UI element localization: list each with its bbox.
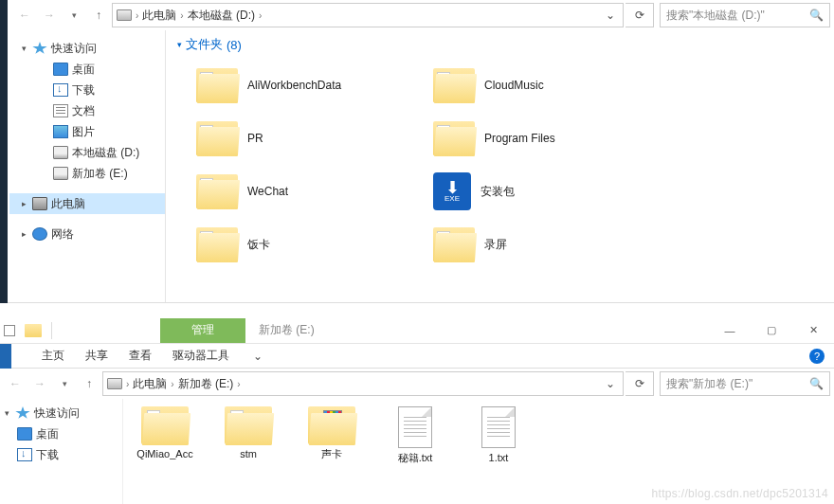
file-tile[interactable]: 秘籍.txt bbox=[377, 406, 453, 496]
chevron-right-icon[interactable]: › bbox=[171, 379, 173, 389]
tree-downloads[interactable]: 下载 bbox=[0, 444, 122, 465]
document-icon bbox=[53, 104, 68, 117]
address-dropdown[interactable]: ⌄ bbox=[602, 9, 619, 22]
breadcrumb-current[interactable]: 本地磁盘 (D:) bbox=[188, 8, 255, 24]
tree-label: 网络 bbox=[51, 226, 74, 243]
tree-label: 快速访问 bbox=[51, 41, 97, 57]
ribbon-expand[interactable]: ⌄ bbox=[250, 350, 265, 363]
file-tile[interactable]: 声卡 bbox=[294, 406, 370, 496]
exe-icon: ⬇EXE bbox=[433, 172, 471, 210]
address-bar-row-2: ← → ▾ ↑ › 此电脑 › 新加卷 (E:) › ⌄ ⟳ 搜索"新加卷 (E… bbox=[0, 369, 834, 399]
folder-item[interactable]: WeChat bbox=[177, 165, 414, 218]
up-button[interactable]: ↑ bbox=[87, 4, 110, 27]
tree-pictures[interactable]: ·图片 bbox=[9, 121, 165, 142]
file-tile[interactable]: QiMiao_Acc bbox=[127, 406, 203, 496]
address-box[interactable]: › 此电脑 › 新加卷 (E:) › ⌄ bbox=[102, 371, 624, 396]
refresh-button[interactable]: ⟳ bbox=[626, 371, 654, 396]
folder-item[interactable]: ⬇EXE安装包 bbox=[414, 165, 651, 218]
search-box[interactable]: 搜索"新加卷 (E:)" 🔍 bbox=[660, 371, 830, 396]
chevron-right-icon[interactable]: › bbox=[126, 379, 129, 389]
group-label: 文件夹 bbox=[186, 36, 223, 53]
tree-desktop[interactable]: 桌面 bbox=[0, 423, 122, 444]
folder-item[interactable]: CloudMusic bbox=[414, 59, 651, 112]
explorer-window-e: 管理 新加卷 (E:) — ▢ ✕ 主页 共享 查看 驱动器工具 ⌄ ? ← →… bbox=[0, 317, 834, 504]
tree-this-pc[interactable]: ▸此电脑 bbox=[9, 193, 165, 214]
select-all-checkbox[interactable] bbox=[4, 325, 15, 336]
search-icon[interactable]: 🔍 bbox=[809, 377, 824, 390]
body-split: ▾ 快速访问 ·桌面 ·下载 ·文档 ·图片 ·本地磁盘 (D:) ·新加卷 (… bbox=[0, 30, 834, 302]
tile-label: QiMiao_Acc bbox=[136, 448, 192, 460]
taskbar-sliver bbox=[0, 0, 8, 303]
tree-network[interactable]: ▸网络 bbox=[9, 224, 165, 244]
folder-icon bbox=[196, 121, 238, 155]
file-tile[interactable]: 1.txt bbox=[461, 406, 536, 496]
address-bar-row: ← → ▾ ↑ › 此电脑 › 本地磁盘 (D:) › ⌄ ⟳ 搜索"本地磁盘 … bbox=[0, 0, 834, 30]
minimize-button[interactable]: — bbox=[709, 317, 751, 344]
folder-item[interactable]: 饭卡 bbox=[177, 218, 414, 271]
ribbon-home[interactable]: 主页 bbox=[42, 348, 64, 364]
address-dropdown[interactable]: ⌄ bbox=[602, 377, 619, 390]
refresh-button[interactable]: ⟳ bbox=[626, 3, 654, 27]
forward-button[interactable]: → bbox=[28, 372, 51, 395]
tree-desktop[interactable]: ·桌面 bbox=[9, 59, 165, 80]
picture-icon bbox=[53, 125, 68, 138]
chevron-right-icon[interactable]: › bbox=[180, 10, 183, 21]
tree-label: 新加卷 (E:) bbox=[72, 166, 128, 182]
contextual-tab-manage[interactable]: 管理 bbox=[160, 318, 245, 343]
tree-quick-access[interactable]: ▾快速访问 bbox=[0, 403, 122, 423]
maximize-button[interactable]: ▢ bbox=[751, 317, 792, 344]
window-controls: — ▢ ✕ bbox=[709, 317, 834, 344]
group-count: (8) bbox=[227, 38, 242, 52]
recent-dropdown[interactable]: ▾ bbox=[53, 372, 76, 395]
text-file-icon bbox=[398, 406, 432, 448]
up-button[interactable]: ↑ bbox=[78, 372, 100, 395]
tree-quick-access[interactable]: ▾ 快速访问 bbox=[9, 38, 165, 59]
chevron-right-icon[interactable]: › bbox=[259, 10, 262, 21]
ribbon-share[interactable]: 共享 bbox=[85, 348, 108, 364]
text-file-icon bbox=[481, 406, 516, 448]
help-icon[interactable]: ? bbox=[809, 349, 825, 364]
close-button[interactable]: ✕ bbox=[792, 317, 834, 344]
tree-downloads[interactable]: ·下载 bbox=[9, 80, 165, 100]
search-box[interactable]: 搜索"本地磁盘 (D:)" 🔍 bbox=[660, 3, 830, 27]
forward-button[interactable]: → bbox=[38, 4, 61, 27]
folder-item[interactable]: Program Files bbox=[414, 112, 651, 165]
ribbon-view[interactable]: 查看 bbox=[129, 348, 152, 364]
ribbon-drivetools[interactable]: 驱动器工具 bbox=[172, 348, 229, 364]
tree-label: 此电脑 bbox=[51, 196, 85, 212]
thispc-icon bbox=[32, 197, 47, 210]
folder-icon bbox=[308, 406, 355, 444]
folder-item[interactable]: 录屏 bbox=[414, 218, 651, 271]
breadcrumb-root[interactable]: 此电脑 bbox=[133, 376, 167, 392]
drive-icon bbox=[53, 167, 68, 180]
tile-label: 秘籍.txt bbox=[398, 452, 433, 464]
tree-label: 桌面 bbox=[36, 426, 59, 442]
breadcrumb-current[interactable]: 新加卷 (E:) bbox=[178, 376, 234, 392]
drive-icon bbox=[117, 9, 132, 21]
tree-disk-d[interactable]: ·本地磁盘 (D:) bbox=[9, 142, 165, 163]
file-tile[interactable]: stm bbox=[210, 406, 286, 496]
folder-item[interactable]: AliWorkbenchData bbox=[177, 59, 414, 112]
separator bbox=[51, 322, 52, 339]
desktop-icon bbox=[53, 63, 68, 76]
folder-icon bbox=[25, 324, 42, 337]
explorer-window-d: ← → ▾ ↑ › 此电脑 › 本地磁盘 (D:) › ⌄ ⟳ 搜索"本地磁盘 … bbox=[0, 0, 834, 303]
group-header-folders[interactable]: ▾ 文件夹 (8) bbox=[177, 36, 823, 53]
chevron-right-icon[interactable]: › bbox=[136, 10, 138, 21]
tree-label: 本地磁盘 (D:) bbox=[72, 145, 139, 161]
file-tab-accent[interactable] bbox=[0, 344, 11, 369]
tree-disk-e[interactable]: ·新加卷 (E:) bbox=[9, 163, 165, 184]
back-button[interactable]: ← bbox=[4, 372, 27, 395]
recent-dropdown[interactable]: ▾ bbox=[63, 4, 85, 27]
tree-label: 下载 bbox=[36, 447, 59, 463]
search-icon[interactable]: 🔍 bbox=[809, 9, 824, 22]
folder-icon bbox=[141, 406, 189, 444]
folder-icon bbox=[196, 227, 238, 261]
back-button[interactable]: ← bbox=[13, 4, 36, 27]
download-icon bbox=[17, 448, 32, 461]
folder-item[interactable]: PR bbox=[177, 112, 414, 165]
breadcrumb-root[interactable]: 此电脑 bbox=[142, 8, 176, 24]
chevron-right-icon[interactable]: › bbox=[237, 379, 240, 389]
address-box[interactable]: › 此电脑 › 本地磁盘 (D:) › ⌄ bbox=[112, 3, 624, 27]
tree-documents[interactable]: ·文档 bbox=[9, 100, 165, 121]
